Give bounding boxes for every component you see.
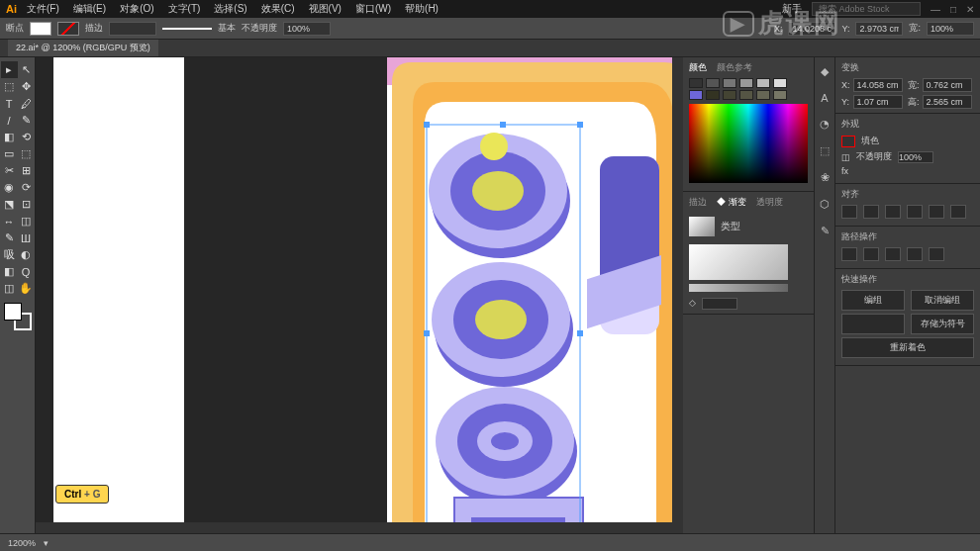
gradient-large-preview[interactable] xyxy=(689,244,788,280)
mesh-tool[interactable]: ⬔ xyxy=(1,196,18,213)
gradient-tool[interactable]: ◉ xyxy=(1,179,18,196)
align-right[interactable] xyxy=(885,205,901,219)
search-input[interactable] xyxy=(812,2,921,16)
gradient-opacity-input[interactable] xyxy=(702,298,737,310)
tab-color[interactable]: 颜色 xyxy=(689,61,707,74)
opacity-input[interactable] xyxy=(283,22,331,36)
style-label[interactable]: 基本 xyxy=(218,22,236,35)
column-graph-tool[interactable]: Ш xyxy=(18,230,35,246)
menu-effect[interactable]: 效果(C) xyxy=(261,2,295,16)
swatch[interactable] xyxy=(706,90,720,100)
scissors-tool[interactable]: ✂ xyxy=(1,162,18,179)
qa-save-symbol[interactable]: 存储为符号 xyxy=(911,314,974,334)
layers-icon[interactable]: ⬚ xyxy=(820,144,830,157)
shape-tool[interactable]: ▭ xyxy=(1,145,18,162)
ctrl-x-input[interactable] xyxy=(788,22,835,36)
menu-file[interactable]: 文件(F) xyxy=(27,2,59,16)
menu-view[interactable]: 视图(V) xyxy=(309,2,342,16)
pf-intersect[interactable] xyxy=(885,247,901,261)
workspace-switcher[interactable]: 新手 xyxy=(782,2,802,16)
minimize-icon[interactable]: — xyxy=(931,4,940,15)
symbol-tool[interactable]: ◐ xyxy=(18,246,35,263)
swatch[interactable] xyxy=(706,78,720,88)
shape-builder-tool[interactable]: ⬚ xyxy=(18,145,35,162)
tab-gradient[interactable]: ◆ 渐变 xyxy=(717,196,746,209)
menu-select[interactable]: 选择(S) xyxy=(214,2,246,16)
line-tool[interactable]: / xyxy=(1,112,18,129)
transform-h[interactable] xyxy=(923,95,972,109)
lasso-tool[interactable]: ✥ xyxy=(18,78,35,95)
transform-y[interactable] xyxy=(853,95,903,109)
perspective-tool[interactable]: ⊡ xyxy=(18,196,35,213)
align-top[interactable] xyxy=(907,205,923,219)
blend-tool[interactable]: ⟳ xyxy=(18,179,35,196)
canvas[interactable]: Ctrl + G xyxy=(36,57,683,533)
pf-divide[interactable] xyxy=(929,247,944,261)
align-hcenter[interactable] xyxy=(863,205,879,219)
width-tool[interactable]: ↔ xyxy=(1,213,18,230)
pf-unite[interactable] xyxy=(841,247,857,261)
zoom-tool[interactable]: Q xyxy=(18,263,35,280)
tab-color-guide[interactable]: 颜色参考 xyxy=(717,61,752,74)
properties-icon[interactable]: ◆ xyxy=(821,65,829,78)
fill-stroke-indicator[interactable] xyxy=(4,303,32,330)
horizontal-scrollbar[interactable] xyxy=(36,522,683,533)
artboard-tool[interactable]: ◫ xyxy=(18,213,35,230)
transform-w[interactable] xyxy=(923,78,972,92)
swatch[interactable] xyxy=(773,90,787,100)
measure-tool[interactable]: ◫ xyxy=(1,280,18,297)
pencil-tool[interactable]: ✎ xyxy=(18,112,35,129)
swatch[interactable] xyxy=(723,90,736,100)
document-tab[interactable]: 22.ai* @ 1200% (RGB/GPU 预览) xyxy=(8,40,158,56)
close-icon[interactable]: ✕ xyxy=(966,4,974,15)
menu-window[interactable]: 窗口(W) xyxy=(355,2,391,16)
maximize-icon[interactable]: □ xyxy=(950,4,956,15)
type-tool[interactable]: T xyxy=(1,95,18,112)
swatch[interactable] xyxy=(723,78,736,88)
fx-label[interactable]: fx xyxy=(841,166,848,176)
pen-tool[interactable]: 🖊 xyxy=(18,95,35,112)
swatch[interactable] xyxy=(739,78,753,88)
stroke-width-input[interactable] xyxy=(109,22,156,36)
pf-minus[interactable] xyxy=(863,247,879,261)
magic-wand-tool[interactable]: ⬚ xyxy=(1,78,18,95)
eyedropper-tool[interactable]: 吸 xyxy=(1,246,18,263)
selection-tool[interactable]: ▸ xyxy=(1,61,18,78)
vertical-scrollbar[interactable] xyxy=(672,57,683,522)
swatch[interactable] xyxy=(756,78,770,88)
ctrl-w-input[interactable] xyxy=(927,22,974,36)
direct-selection-tool[interactable]: ↖ xyxy=(18,61,35,78)
fill-swatch[interactable] xyxy=(30,22,51,36)
gradient-preview[interactable] xyxy=(689,217,715,236)
qa-btn3[interactable] xyxy=(841,314,905,334)
appearance-opacity[interactable] xyxy=(898,151,933,163)
qa-recolor[interactable]: 重新着色 xyxy=(841,337,974,358)
align-left[interactable] xyxy=(841,205,857,219)
tab-transparency[interactable]: 透明度 xyxy=(756,196,783,209)
menu-type[interactable]: 文字(T) xyxy=(168,2,201,16)
slice-tool[interactable]: ◧ xyxy=(1,263,18,280)
menu-help[interactable]: 帮助(H) xyxy=(405,2,439,16)
qa-group[interactable]: 编组 xyxy=(841,290,905,311)
rect-tool[interactable]: ◧ xyxy=(1,129,18,145)
qa-ungroup[interactable]: 取消编组 xyxy=(911,290,974,311)
align-vcenter[interactable] xyxy=(929,205,944,219)
brushes-icon[interactable]: ⬡ xyxy=(820,198,830,211)
swatch[interactable] xyxy=(689,78,703,88)
ctrl-y-input[interactable] xyxy=(855,22,903,36)
swatch[interactable] xyxy=(756,90,770,100)
menu-edit[interactable]: 编辑(E) xyxy=(73,2,106,16)
grid-tool[interactable]: ⊞ xyxy=(18,162,35,179)
gradient-slider[interactable] xyxy=(689,284,788,292)
menu-object[interactable]: 对象(O) xyxy=(120,2,153,16)
appearance-icon[interactable]: ◔ xyxy=(820,118,830,131)
brush-tool[interactable]: ✎ xyxy=(1,230,18,246)
pf-exclude[interactable] xyxy=(907,247,923,261)
swatch[interactable] xyxy=(689,90,703,100)
hand-tool[interactable]: ✋ xyxy=(18,280,35,297)
rotate-tool[interactable]: ⟲ xyxy=(18,129,35,145)
symbols-icon[interactable]: ❀ xyxy=(821,171,830,184)
character-icon[interactable]: A xyxy=(821,92,828,104)
stroke-swatch[interactable] xyxy=(57,22,79,36)
fill-chip[interactable] xyxy=(841,136,855,147)
